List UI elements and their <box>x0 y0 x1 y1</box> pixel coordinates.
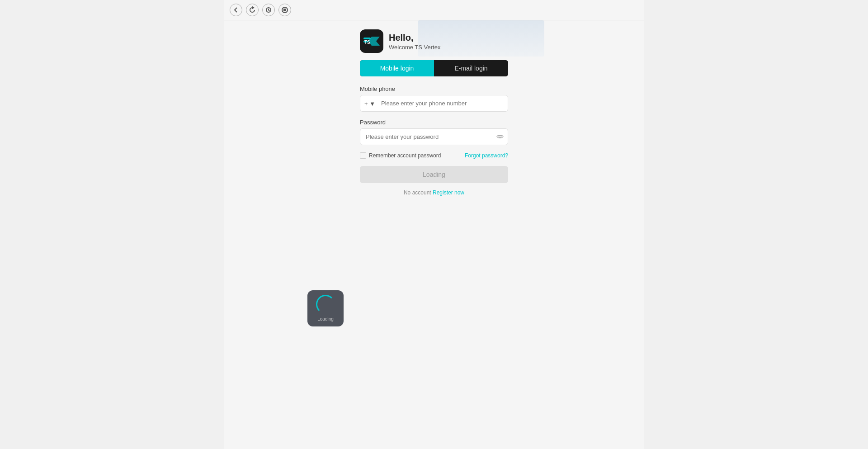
remember-text: Remember account password <box>369 152 441 159</box>
options-row: Remember account password Forgot passwor… <box>360 152 508 159</box>
svg-text:TS: TS <box>364 40 370 45</box>
menu-button[interactable] <box>278 4 291 16</box>
page-content: TS Hello, Welcome TS Vertex Mobile login… <box>224 20 644 449</box>
phone-field-group: Mobile phone + ▼ <box>360 85 508 112</box>
history-button[interactable] <box>262 4 275 16</box>
remember-label[interactable]: Remember account password <box>360 152 441 159</box>
login-container: TS Hello, Welcome TS Vertex Mobile login… <box>360 20 508 196</box>
browser-toolbar <box>224 0 644 20</box>
phone-label: Mobile phone <box>360 85 508 92</box>
remember-checkbox[interactable] <box>360 152 366 159</box>
mobile-login-tab[interactable]: Mobile login <box>360 60 434 76</box>
phone-input-wrapper: + ▼ <box>360 95 508 112</box>
browser-frame: TS Hello, Welcome TS Vertex Mobile login… <box>224 0 644 449</box>
password-input[interactable] <box>360 128 508 145</box>
back-button[interactable] <box>230 4 242 16</box>
register-now-link[interactable]: Register now <box>433 189 464 196</box>
password-input-wrapper <box>360 128 508 145</box>
toggle-password-icon[interactable] <box>496 133 504 141</box>
forgot-password-link[interactable]: Forgot password? <box>465 152 508 159</box>
refresh-button[interactable] <box>246 4 259 16</box>
app-header: TS Hello, Welcome TS Vertex <box>360 20 508 60</box>
login-tabs: Mobile login E-mail login <box>360 60 508 76</box>
welcome-text: Welcome TS Vertex <box>389 44 440 51</box>
login-button[interactable]: Loading <box>360 166 508 183</box>
phone-prefix: + ▼ <box>364 100 375 107</box>
phone-input[interactable] <box>360 95 508 112</box>
app-logo: TS <box>360 29 383 53</box>
svg-point-8 <box>499 135 501 137</box>
email-login-tab[interactable]: E-mail login <box>434 60 508 76</box>
greeting-text: Hello, <box>389 32 440 43</box>
password-label: Password <box>360 119 508 126</box>
svg-rect-5 <box>363 38 371 39</box>
app-title-block: Hello, Welcome TS Vertex <box>389 32 440 51</box>
register-row: No account Register now <box>360 189 508 196</box>
no-account-text: No account <box>404 189 433 196</box>
password-field-group: Password <box>360 119 508 145</box>
